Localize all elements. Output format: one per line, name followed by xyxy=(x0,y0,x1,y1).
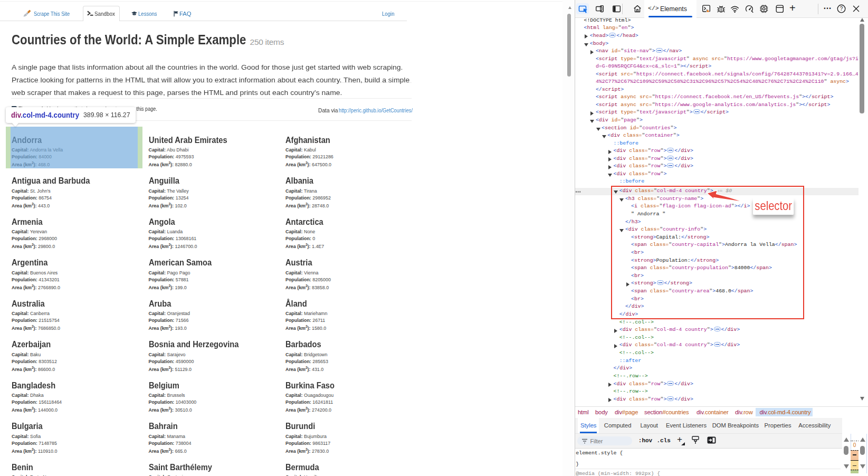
svg-text:?: ? xyxy=(840,6,843,12)
